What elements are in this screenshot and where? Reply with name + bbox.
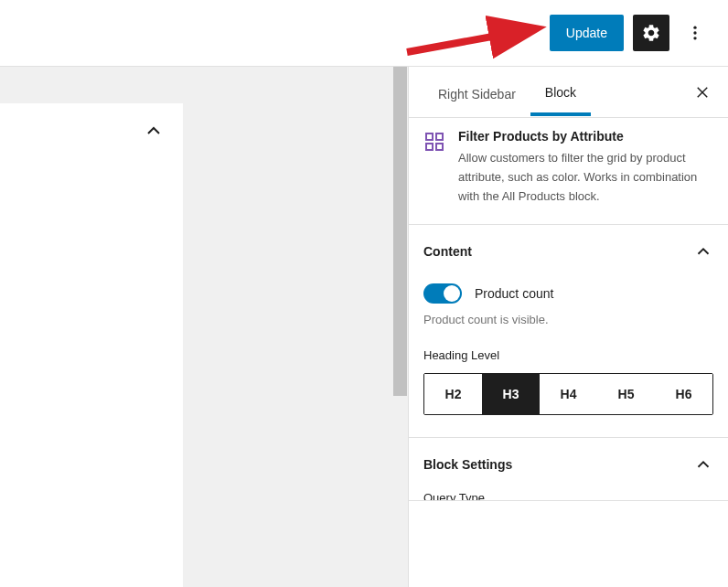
editor-scrollbar[interactable] bbox=[392, 67, 408, 587]
settings-button[interactable] bbox=[633, 15, 669, 51]
heading-level-label: Heading Level bbox=[423, 348, 713, 362]
panel-content-label: Content bbox=[423, 244, 472, 259]
svg-rect-7 bbox=[426, 133, 433, 140]
block-info: Filter Products by Attribute Allow custo… bbox=[409, 118, 728, 225]
heading-h3-button[interactable]: H3 bbox=[482, 374, 540, 414]
toggle-knob bbox=[444, 285, 460, 302]
panel-block-settings-label: Block Settings bbox=[423, 457, 512, 472]
close-icon bbox=[694, 84, 711, 101]
kebab-icon bbox=[686, 24, 704, 42]
svg-point-0 bbox=[693, 27, 696, 29]
svg-rect-8 bbox=[436, 133, 443, 140]
svg-rect-10 bbox=[436, 144, 443, 150]
gear-icon bbox=[641, 23, 661, 43]
product-count-label: Product count bbox=[475, 286, 553, 301]
svg-point-1 bbox=[693, 31, 696, 34]
more-options-button[interactable] bbox=[679, 16, 712, 49]
editor-area bbox=[0, 67, 408, 587]
filter-block-icon bbox=[423, 131, 445, 153]
scrollbar-thumb[interactable] bbox=[393, 67, 407, 396]
block-title: Filter Products by Attribute bbox=[458, 129, 713, 144]
panel-content-header[interactable]: Content bbox=[409, 225, 728, 278]
product-count-hint: Product count is visible. bbox=[423, 313, 713, 326]
chevron-up-icon bbox=[693, 454, 713, 475]
right-sidebar: Right Sidebar Block Filter Products by A… bbox=[408, 67, 728, 587]
tab-right-sidebar[interactable]: Right Sidebar bbox=[423, 70, 530, 114]
svg-point-2 bbox=[693, 37, 696, 39]
panel-block-settings-header[interactable]: Block Settings bbox=[409, 438, 728, 491]
heading-h5-button[interactable]: H5 bbox=[597, 374, 655, 414]
query-type-label: Query Type bbox=[423, 491, 713, 500]
heading-h6-button[interactable]: H6 bbox=[655, 374, 712, 414]
collapse-toggle[interactable] bbox=[143, 120, 165, 142]
update-button[interactable]: Update bbox=[550, 15, 624, 51]
block-description: Allow customers to filter the grid by pr… bbox=[458, 149, 713, 206]
chevron-up-icon bbox=[693, 241, 713, 261]
product-count-toggle[interactable] bbox=[423, 283, 462, 304]
svg-rect-9 bbox=[426, 144, 433, 150]
chevron-up-icon bbox=[143, 120, 165, 142]
heading-level-buttons: H2 H3 H4 H5 H6 bbox=[423, 373, 713, 415]
tab-block[interactable]: Block bbox=[530, 69, 591, 116]
editor-canvas[interactable] bbox=[0, 103, 183, 587]
close-sidebar-button[interactable] bbox=[691, 81, 713, 103]
heading-h2-button[interactable]: H2 bbox=[424, 374, 482, 414]
heading-h4-button[interactable]: H4 bbox=[540, 374, 597, 414]
